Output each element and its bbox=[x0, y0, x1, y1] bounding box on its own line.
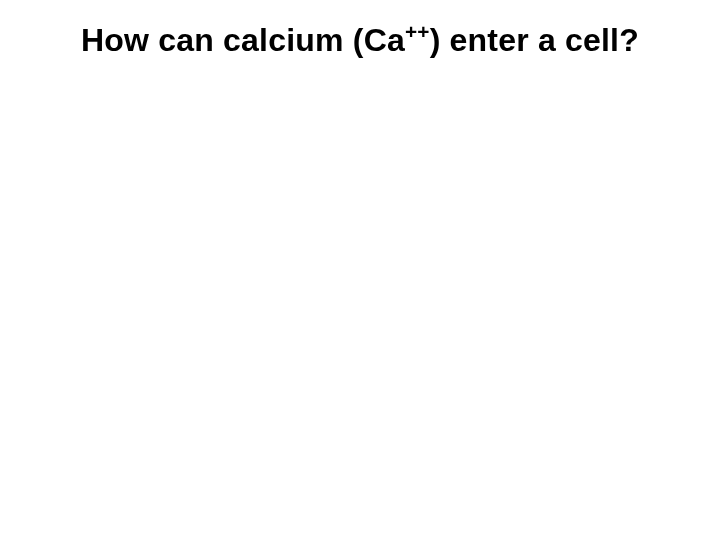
title-part-1: How can calcium (Ca bbox=[81, 22, 405, 58]
title-superscript: ++ bbox=[405, 20, 430, 43]
slide: How can calcium (Ca++) enter a cell? bbox=[0, 0, 720, 540]
title-part-2: ) enter a cell? bbox=[430, 22, 639, 58]
slide-title: How can calcium (Ca++) enter a cell? bbox=[0, 22, 720, 59]
